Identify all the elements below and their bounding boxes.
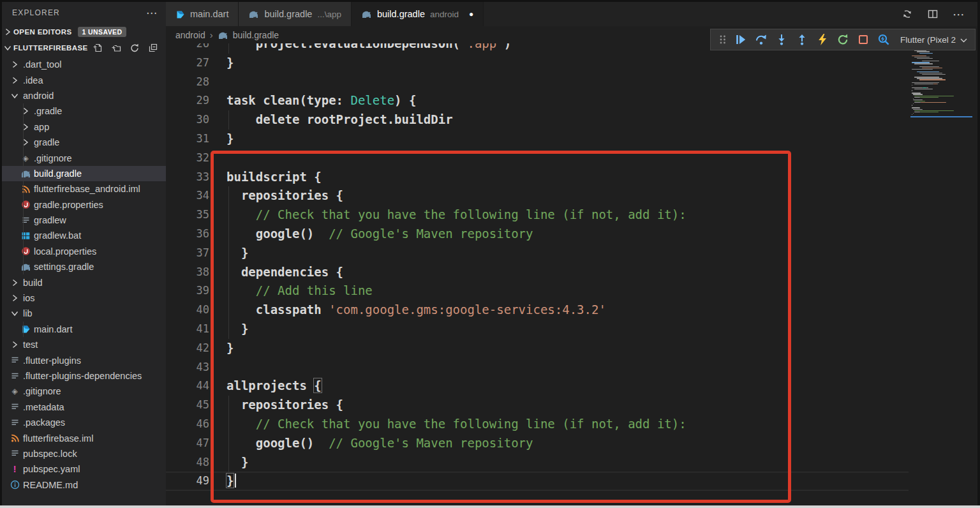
code-line-40[interactable]: 40 classpath 'com.google.gms:google-serv…	[166, 301, 909, 320]
more-actions-icon[interactable]: ⋯	[146, 6, 157, 20]
code-line-48[interactable]: 48 }	[166, 453, 909, 472]
tree-item-lib[interactable]: lib	[2, 306, 166, 321]
code-line-49[interactable]: 49}	[166, 472, 909, 491]
tree-item-gradlew-bat[interactable]: gradlew.bat	[2, 228, 166, 243]
tree-item-ios[interactable]: ios	[2, 290, 166, 306]
code-content[interactable]: 26 project.evaluationDependsOn(':app')27…	[166, 43, 909, 491]
tree-item--flutter-plugins[interactable]: .flutter-plugins	[2, 352, 166, 368]
debug-step-into-button[interactable]	[775, 33, 788, 46]
tree-item--gitignore[interactable]: ◈.gitignore	[2, 384, 166, 399]
code-line-46[interactable]: 46 // Check that you have the following …	[166, 415, 909, 434]
code-line-36[interactable]: 36 google() // Google's Maven repository	[166, 225, 909, 244]
tab-detail: ...\app	[317, 10, 341, 19]
tab-build-gradle--app[interactable]: build.gradle...\app	[239, 2, 352, 26]
code-line-41[interactable]: 41 }	[166, 320, 909, 339]
unsaved-dot-icon[interactable]: ●	[469, 10, 473, 19]
debug-hot-restart-button[interactable]	[836, 33, 849, 46]
tree-item-build-gradle[interactable]: build.gradle	[2, 166, 166, 181]
code-line-35[interactable]: 35 // Check that you have the following …	[166, 205, 909, 225]
debug-step-out-button[interactable]	[796, 33, 808, 46]
debug-step-over-button[interactable]	[755, 33, 768, 46]
code-line-34[interactable]: 34 repositories {	[166, 186, 909, 205]
code-line-32[interactable]: 32	[166, 149, 909, 168]
tree-item-gradlew[interactable]: gradlew	[2, 213, 166, 228]
tree-item--metadata[interactable]: .metadata	[2, 400, 166, 415]
tree-item-local-properties[interactable]: local.properties	[2, 244, 166, 259]
tree-item--gitignore[interactable]: ◈.gitignore	[2, 150, 166, 165]
tree-item-test[interactable]: test	[2, 337, 166, 352]
more-actions-button[interactable]: ⋯	[953, 8, 965, 20]
debug-hot-reload-button[interactable]	[816, 33, 829, 46]
code-line-37[interactable]: 37 }	[166, 244, 909, 263]
new-folder-button[interactable]	[111, 43, 121, 53]
debug-stop-button[interactable]	[857, 33, 870, 46]
collapse-folders-button[interactable]	[148, 43, 158, 53]
code-line-39[interactable]: 39 // Add this line	[166, 281, 909, 301]
code-line-44[interactable]: 44allprojects {	[166, 377, 909, 396]
rss-file-icon	[19, 184, 32, 194]
gradle-icon	[361, 10, 372, 19]
diamond-file-icon: ◈	[19, 154, 32, 163]
tree-item-pubspec-yaml[interactable]: !pubspec.yaml	[2, 461, 166, 477]
tree-item-pubspec-lock[interactable]: pubspec.lock	[2, 446, 166, 461]
debug-continue-button[interactable]	[734, 33, 747, 46]
tree-item-flutterfirebase-iml[interactable]: flutterfirebase.iml	[2, 430, 166, 445]
indent-guide	[228, 281, 229, 301]
device-selector[interactable]: Flutter (Pixel 2	[900, 35, 967, 45]
tree-item--flutter-plugins-dependencies[interactable]: .flutter-plugins-dependencies	[2, 368, 166, 384]
code-editor[interactable]: 26 project.evaluationDependsOn(':app')27…	[166, 43, 977, 505]
tree-item-label: android	[23, 91, 54, 101]
debug-open-devtools-button[interactable]	[877, 33, 890, 46]
tree-item-gradle[interactable]: gradle	[2, 135, 166, 150]
line-number: 42	[166, 339, 209, 358]
tree-item-flutterfirebase-android-iml[interactable]: flutterfirebase_android.iml	[2, 181, 166, 197]
tree-indent-guide	[23, 197, 24, 213]
tree-item-label: settings.gradle	[34, 262, 94, 272]
token-plain: allprojects	[226, 378, 314, 392]
open-changes-button[interactable]	[902, 8, 913, 20]
code-line-29[interactable]: 29task clean(type: Delete) {	[166, 91, 909, 110]
line-number: 49	[166, 472, 209, 491]
breadcrumb-file[interactable]: build.gradle	[233, 30, 279, 40]
minimap[interactable]	[910, 50, 972, 121]
tree-item-settings-gradle[interactable]: settings.gradle	[2, 259, 166, 274]
tree-item--dart-tool[interactable]: .dart_tool	[2, 57, 166, 72]
workspace-section[interactable]: FLUTTERFIREBASE	[2, 40, 166, 56]
breadcrumb-separator: ›	[210, 29, 213, 40]
token-type: Delete	[350, 93, 394, 107]
code-line-28[interactable]: 28	[166, 73, 909, 92]
tree-indent-guide	[23, 228, 24, 243]
code-line-33[interactable]: 33buildscript {	[166, 168, 909, 187]
tree-item-app[interactable]: app	[2, 119, 166, 135]
breadcrumb-folder[interactable]: android	[175, 30, 205, 40]
tree-item--packages[interactable]: .packages	[2, 415, 166, 430]
token-bracket: }	[226, 474, 234, 488]
tree-item-readme-md[interactable]: README.md	[2, 477, 166, 493]
tree-item--gradle[interactable]: .gradle	[2, 103, 166, 119]
code-line-45[interactable]: 45 repositories {	[166, 396, 909, 415]
code-line-31[interactable]: 31}	[166, 130, 909, 149]
new-file-button[interactable]	[93, 43, 103, 53]
tree-item--idea[interactable]: .idea	[2, 72, 166, 87]
code-line-30[interactable]: 30 delete rootProject.buildDir	[166, 110, 909, 130]
line-number: 45	[166, 396, 209, 415]
split-editor-button[interactable]	[927, 8, 939, 20]
tree-item-build[interactable]: build	[2, 274, 166, 290]
tree-item-label: .dart_tool	[23, 59, 61, 70]
tree-item-main-dart[interactable]: main.dart	[2, 322, 166, 337]
editor-actions: ⋯	[902, 2, 977, 26]
code-line-43[interactable]: 43	[166, 358, 909, 377]
tab-build-gradle-android[interactable]: build.gradleandroid●	[352, 2, 484, 26]
debug-toolbar: Flutter (Pixel 2	[710, 29, 976, 50]
refresh-explorer-button[interactable]	[130, 43, 140, 53]
line-content: }	[209, 453, 909, 472]
debug-drag-handle-button[interactable]	[718, 34, 727, 45]
code-line-27[interactable]: 27}	[166, 54, 909, 73]
tree-item-gradle-properties[interactable]: gradle.properties	[2, 197, 166, 213]
tab-main-dart[interactable]: main.dart	[166, 2, 239, 26]
code-line-38[interactable]: 38 dependencies {	[166, 263, 909, 282]
tree-item-android[interactable]: android	[2, 88, 166, 103]
code-line-42[interactable]: 42}	[166, 339, 909, 358]
open-editors-section[interactable]: OPEN EDITORS 1 UNSAVED	[2, 24, 166, 40]
code-line-47[interactable]: 47 google() // Google's Maven repository	[166, 434, 909, 453]
